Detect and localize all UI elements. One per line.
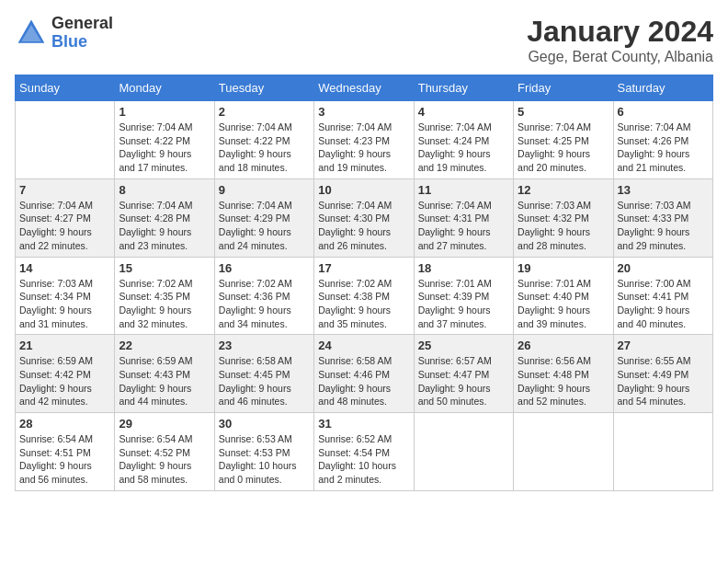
calendar-cell: 5Sunrise: 7:04 AM Sunset: 4:25 PM Daylig… bbox=[514, 101, 613, 179]
day-number: 8 bbox=[119, 183, 210, 197]
day-info: Sunrise: 7:02 AM Sunset: 4:36 PM Dayligh… bbox=[219, 277, 310, 331]
day-info: Sunrise: 7:04 AM Sunset: 4:29 PM Dayligh… bbox=[219, 199, 310, 253]
header: General Blue January 2024 Gege, Berat Co… bbox=[15, 15, 713, 65]
calendar-cell: 20Sunrise: 7:00 AM Sunset: 4:41 PM Dayli… bbox=[613, 257, 712, 335]
title-section: January 2024 Gege, Berat County, Albania bbox=[527, 15, 713, 65]
day-info: Sunrise: 7:03 AM Sunset: 4:32 PM Dayligh… bbox=[518, 199, 609, 253]
day-info: Sunrise: 6:57 AM Sunset: 4:47 PM Dayligh… bbox=[418, 354, 509, 408]
calendar-day-header: Saturday bbox=[613, 75, 712, 101]
calendar-cell: 19Sunrise: 7:01 AM Sunset: 4:40 PM Dayli… bbox=[514, 257, 613, 335]
day-number: 9 bbox=[219, 183, 310, 197]
calendar-cell: 8Sunrise: 7:04 AM Sunset: 4:28 PM Daylig… bbox=[115, 178, 214, 257]
calendar-day-header: Wednesday bbox=[314, 75, 414, 101]
day-info: Sunrise: 7:04 AM Sunset: 4:24 PM Dayligh… bbox=[418, 121, 509, 175]
day-info: Sunrise: 6:54 AM Sunset: 4:51 PM Dayligh… bbox=[19, 432, 110, 487]
day-number: 26 bbox=[518, 339, 609, 352]
logo: General Blue bbox=[15, 15, 113, 52]
calendar-cell: 17Sunrise: 7:02 AM Sunset: 4:38 PM Dayli… bbox=[314, 257, 414, 335]
day-info: Sunrise: 7:03 AM Sunset: 4:34 PM Dayligh… bbox=[19, 277, 110, 331]
logo-blue-text: Blue bbox=[51, 33, 113, 52]
day-info: Sunrise: 7:04 AM Sunset: 4:22 PM Dayligh… bbox=[119, 121, 210, 175]
month-title: January 2024 bbox=[527, 15, 713, 49]
calendar-cell: 28Sunrise: 6:54 AM Sunset: 4:51 PM Dayli… bbox=[16, 413, 115, 491]
day-number: 6 bbox=[618, 105, 709, 119]
calendar-cell: 21Sunrise: 6:59 AM Sunset: 4:42 PM Dayli… bbox=[16, 335, 115, 413]
calendar-day-header: Thursday bbox=[414, 75, 513, 101]
day-info: Sunrise: 7:00 AM Sunset: 4:41 PM Dayligh… bbox=[618, 277, 709, 331]
calendar-week-row: 14Sunrise: 7:03 AM Sunset: 4:34 PM Dayli… bbox=[16, 257, 713, 335]
day-info: Sunrise: 6:52 AM Sunset: 4:54 PM Dayligh… bbox=[318, 432, 409, 487]
calendar-day-header: Friday bbox=[514, 75, 613, 101]
calendar-cell: 7Sunrise: 7:04 AM Sunset: 4:27 PM Daylig… bbox=[16, 178, 115, 257]
calendar-day-header: Tuesday bbox=[214, 75, 313, 101]
calendar-cell: 25Sunrise: 6:57 AM Sunset: 4:47 PM Dayli… bbox=[414, 335, 513, 413]
calendar-cell: 23Sunrise: 6:58 AM Sunset: 4:45 PM Dayli… bbox=[214, 335, 313, 413]
calendar-cell: 24Sunrise: 6:58 AM Sunset: 4:46 PM Dayli… bbox=[314, 335, 414, 413]
calendar-cell: 30Sunrise: 6:53 AM Sunset: 4:53 PM Dayli… bbox=[214, 413, 313, 491]
day-info: Sunrise: 7:03 AM Sunset: 4:33 PM Dayligh… bbox=[618, 199, 709, 253]
day-info: Sunrise: 7:02 AM Sunset: 4:38 PM Dayligh… bbox=[318, 277, 409, 331]
calendar-cell: 3Sunrise: 7:04 AM Sunset: 4:23 PM Daylig… bbox=[314, 101, 414, 179]
day-number: 20 bbox=[618, 261, 709, 275]
calendar-day-header: Sunday bbox=[16, 75, 115, 101]
calendar-cell bbox=[613, 413, 712, 491]
day-info: Sunrise: 7:04 AM Sunset: 4:22 PM Dayligh… bbox=[219, 121, 310, 175]
day-info: Sunrise: 6:59 AM Sunset: 4:42 PM Dayligh… bbox=[19, 354, 110, 408]
day-info: Sunrise: 6:59 AM Sunset: 4:43 PM Dayligh… bbox=[119, 354, 210, 408]
logo-general-text: General bbox=[51, 15, 113, 33]
day-info: Sunrise: 7:04 AM Sunset: 4:27 PM Dayligh… bbox=[19, 199, 110, 253]
location-subtitle: Gege, Berat County, Albania bbox=[527, 49, 713, 65]
calendar-week-row: 21Sunrise: 6:59 AM Sunset: 4:42 PM Dayli… bbox=[16, 335, 713, 413]
calendar-cell: 13Sunrise: 7:03 AM Sunset: 4:33 PM Dayli… bbox=[613, 178, 712, 257]
calendar-cell: 10Sunrise: 7:04 AM Sunset: 4:30 PM Dayli… bbox=[314, 178, 414, 257]
day-number: 1 bbox=[119, 105, 210, 119]
day-number: 3 bbox=[318, 105, 409, 119]
calendar-cell: 29Sunrise: 6:54 AM Sunset: 4:52 PM Dayli… bbox=[115, 413, 214, 491]
calendar-cell: 18Sunrise: 7:01 AM Sunset: 4:39 PM Dayli… bbox=[414, 257, 513, 335]
day-info: Sunrise: 7:01 AM Sunset: 4:39 PM Dayligh… bbox=[418, 277, 509, 331]
calendar-cell: 31Sunrise: 6:52 AM Sunset: 4:54 PM Dayli… bbox=[314, 413, 414, 491]
calendar-table: SundayMondayTuesdayWednesdayThursdayFrid… bbox=[15, 75, 713, 491]
day-info: Sunrise: 7:04 AM Sunset: 4:30 PM Dayligh… bbox=[318, 199, 409, 253]
day-number: 19 bbox=[518, 261, 609, 275]
calendar-cell bbox=[514, 413, 613, 491]
calendar-cell bbox=[414, 413, 513, 491]
day-number: 4 bbox=[418, 105, 509, 119]
calendar-cell: 6Sunrise: 7:04 AM Sunset: 4:26 PM Daylig… bbox=[613, 101, 712, 179]
day-number: 29 bbox=[119, 417, 210, 431]
day-info: Sunrise: 7:04 AM Sunset: 4:23 PM Dayligh… bbox=[318, 121, 409, 175]
day-info: Sunrise: 6:56 AM Sunset: 4:48 PM Dayligh… bbox=[518, 354, 609, 408]
calendar-week-row: 1Sunrise: 7:04 AM Sunset: 4:22 PM Daylig… bbox=[16, 101, 713, 179]
calendar-cell: 27Sunrise: 6:55 AM Sunset: 4:49 PM Dayli… bbox=[613, 335, 712, 413]
day-number: 28 bbox=[19, 417, 110, 431]
day-info: Sunrise: 7:04 AM Sunset: 4:31 PM Dayligh… bbox=[418, 199, 509, 253]
calendar-cell: 16Sunrise: 7:02 AM Sunset: 4:36 PM Dayli… bbox=[214, 257, 313, 335]
calendar-cell: 11Sunrise: 7:04 AM Sunset: 4:31 PM Dayli… bbox=[414, 178, 513, 257]
calendar-day-header: Monday bbox=[115, 75, 214, 101]
day-info: Sunrise: 7:04 AM Sunset: 4:25 PM Dayligh… bbox=[518, 121, 609, 175]
day-info: Sunrise: 6:58 AM Sunset: 4:46 PM Dayligh… bbox=[318, 354, 409, 408]
day-info: Sunrise: 7:04 AM Sunset: 4:26 PM Dayligh… bbox=[618, 121, 709, 175]
day-number: 12 bbox=[518, 183, 609, 197]
day-number: 23 bbox=[219, 339, 310, 352]
day-number: 14 bbox=[19, 261, 110, 275]
day-number: 7 bbox=[19, 183, 110, 197]
day-number: 11 bbox=[418, 183, 509, 197]
calendar-cell: 26Sunrise: 6:56 AM Sunset: 4:48 PM Dayli… bbox=[514, 335, 613, 413]
day-info: Sunrise: 7:04 AM Sunset: 4:28 PM Dayligh… bbox=[119, 199, 210, 253]
calendar-cell: 4Sunrise: 7:04 AM Sunset: 4:24 PM Daylig… bbox=[414, 101, 513, 179]
day-number: 16 bbox=[219, 261, 310, 275]
day-info: Sunrise: 6:54 AM Sunset: 4:52 PM Dayligh… bbox=[119, 432, 210, 487]
day-number: 21 bbox=[19, 339, 110, 352]
day-info: Sunrise: 6:58 AM Sunset: 4:45 PM Dayligh… bbox=[219, 354, 310, 408]
day-number: 2 bbox=[219, 105, 310, 119]
calendar-cell: 2Sunrise: 7:04 AM Sunset: 4:22 PM Daylig… bbox=[214, 101, 313, 179]
day-number: 27 bbox=[618, 339, 709, 352]
calendar-cell: 15Sunrise: 7:02 AM Sunset: 4:35 PM Dayli… bbox=[115, 257, 214, 335]
day-number: 13 bbox=[618, 183, 709, 197]
day-number: 22 bbox=[119, 339, 210, 352]
day-number: 18 bbox=[418, 261, 509, 275]
calendar-week-row: 7Sunrise: 7:04 AM Sunset: 4:27 PM Daylig… bbox=[16, 178, 713, 257]
day-info: Sunrise: 7:01 AM Sunset: 4:40 PM Dayligh… bbox=[518, 277, 609, 331]
calendar-cell: 22Sunrise: 6:59 AM Sunset: 4:43 PM Dayli… bbox=[115, 335, 214, 413]
